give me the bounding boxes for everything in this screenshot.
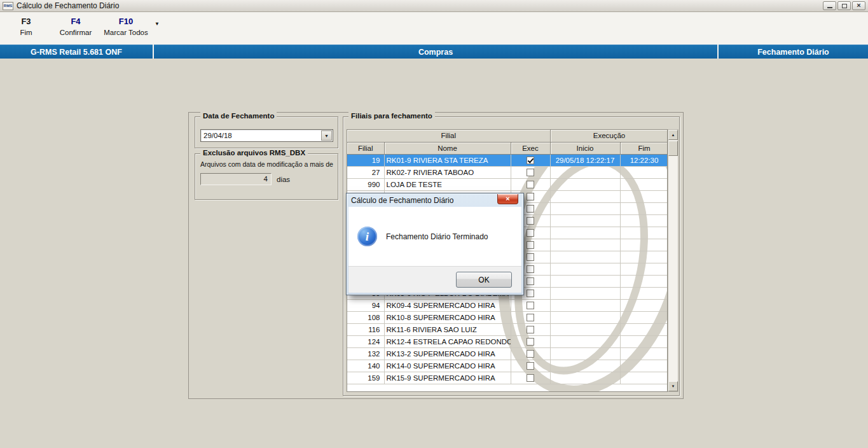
chevron-down-icon: ▼ (324, 134, 329, 138)
table-row[interactable]: 990LOJA DE TESTE (347, 178, 668, 190)
cell-fim (620, 335, 668, 347)
window-titlebar[interactable]: RMS Cálculo de Fechamento Diário × (0, 0, 868, 12)
exec-checkbox[interactable] (527, 217, 534, 225)
cell-exec (511, 154, 550, 166)
scroll-up-button[interactable]: ▲ (668, 130, 678, 140)
exec-checkbox[interactable] (527, 362, 534, 370)
dialog-close-button[interactable]: × (497, 194, 518, 204)
table-row[interactable]: 116RK11-6 RIVIERA SAO LUIZ (347, 323, 668, 335)
marcar-todos-dropdown-icon[interactable]: ▼ (155, 21, 160, 27)
exec-checkbox[interactable] (527, 314, 534, 321)
exec-checkbox[interactable] (527, 157, 534, 164)
close-button[interactable]: × (852, 1, 865, 10)
scrollbar-thumb[interactable] (668, 141, 678, 156)
cell-exec (511, 166, 550, 178)
cell-fim (620, 251, 668, 263)
screen-banner: Fechamento Diário (719, 45, 868, 59)
col-header-fim: Fim (620, 142, 668, 154)
cell-fim (620, 360, 668, 372)
table-row[interactable]: 140RK14-0 SUPERMERCADO HIRA (347, 360, 668, 372)
exec-checkbox[interactable] (527, 229, 534, 237)
f4-confirmar-button[interactable]: F4 Confirmar (56, 17, 95, 36)
header-bar: G-RMS Retail 5.681 ONF Compras Fechament… (0, 45, 868, 59)
exec-checkbox[interactable] (527, 265, 534, 273)
f10-label: Marcar Todos (100, 29, 151, 36)
exec-checkbox[interactable] (527, 302, 534, 309)
dialog-message: Fechamento Diário Terminado (386, 232, 488, 241)
data-fechamento-label: Data de Fechamento (200, 112, 277, 120)
close-icon: × (857, 2, 860, 9)
exec-checkbox[interactable] (527, 205, 534, 213)
cell-nome: RK01-9 RIVIERA STA TEREZA (384, 154, 511, 166)
table-row[interactable]: 19RK01-9 RIVIERA STA TEREZA29/05/18 12:2… (347, 154, 668, 166)
table-row[interactable]: 132RK13-2 SUPERMERCADO HIRA (347, 347, 668, 360)
days-suffix-label: dias (277, 176, 290, 183)
cell-exec (511, 347, 550, 360)
f3-label: Fim (11, 29, 41, 36)
exec-checkbox[interactable] (527, 277, 534, 285)
cell-filial: 132 (347, 347, 384, 360)
exec-checkbox[interactable] (527, 193, 534, 200)
minimize-button[interactable] (823, 1, 836, 10)
filiais-label: Filiais para fechamento (348, 112, 435, 120)
table-row[interactable]: 94RK09-4 SUPERMERCADO HIRA (347, 299, 668, 311)
cell-fim (620, 239, 668, 251)
exec-checkbox[interactable] (527, 326, 534, 333)
combobox-dropdown-button[interactable]: ▼ (321, 130, 332, 141)
cell-inicio (550, 360, 620, 372)
exec-checkbox[interactable] (527, 290, 534, 297)
cell-inicio (550, 166, 620, 178)
cell-filial: 159 (347, 372, 384, 384)
app-icon: RMS (3, 2, 13, 10)
cell-inicio (550, 239, 620, 251)
cell-inicio (550, 178, 620, 190)
cell-filial: 94 (347, 299, 384, 311)
cell-fim (620, 202, 668, 214)
cell-exec (511, 299, 550, 311)
exec-checkbox[interactable] (527, 181, 534, 188)
f3-fim-button[interactable]: F3 Fim (11, 17, 41, 36)
cell-inicio (550, 202, 620, 214)
info-icon: i (357, 227, 377, 246)
data-fechamento-group: Data de Fechamento 29/04/18 ▼ (195, 116, 338, 148)
col-header-inicio: Inicio (550, 142, 620, 154)
table-row[interactable]: 124RK12-4 ESTRELA CAPAO REDONDO (347, 335, 668, 347)
f10-marcar-todos-button[interactable]: F10 Marcar Todos (100, 17, 151, 36)
cell-inicio (550, 299, 620, 311)
minimize-icon (827, 7, 832, 8)
table-row[interactable]: 27RK02-7 RIVIERA TABOAO (347, 166, 668, 178)
cell-fim (620, 263, 668, 275)
days-field[interactable]: 4 (200, 173, 272, 185)
cell-fim (620, 299, 668, 311)
cell-fim (620, 214, 668, 227)
cell-inicio (550, 372, 620, 384)
cell-fim (620, 372, 668, 384)
col-header-nome: Nome (384, 142, 511, 154)
cell-fim: 12:22:30 (620, 154, 668, 166)
exec-checkbox[interactable] (527, 350, 534, 358)
scroll-down-button[interactable]: ▼ (668, 381, 678, 391)
exclusao-description: Arquivos com data de modificação a mais … (200, 160, 333, 168)
exec-checkbox[interactable] (527, 253, 534, 261)
exec-checkbox[interactable] (527, 338, 534, 346)
exec-checkbox[interactable] (527, 169, 534, 176)
cell-filial: 27 (347, 166, 384, 178)
cell-filial: 116 (347, 323, 384, 335)
f10-key-label: F10 (100, 17, 151, 26)
scroll-up-icon: ▲ (672, 133, 675, 137)
cell-filial: 124 (347, 335, 384, 347)
exec-checkbox[interactable] (527, 241, 534, 249)
cell-fim (620, 166, 668, 178)
maximize-button[interactable] (837, 1, 851, 10)
data-fechamento-combobox[interactable]: 29/04/18 ▼ (200, 129, 333, 142)
data-fechamento-value: 29/04/18 (201, 130, 333, 141)
cell-inicio (550, 251, 620, 263)
scroll-down-icon: ▼ (672, 384, 675, 388)
exec-checkbox[interactable] (527, 374, 534, 382)
table-row[interactable]: 108RK10-8 SUPERMERCADO HIRA (347, 311, 668, 323)
cell-nome: RK11-6 RIVIERA SAO LUIZ (384, 323, 511, 335)
ok-button[interactable]: OK (456, 272, 512, 288)
table-row[interactable]: 159RK15-9 SUPERMERCADO HIRA (347, 372, 668, 384)
window-title: Cálculo de Fechamento Diário (17, 1, 823, 10)
grid-scrollbar[interactable]: ▲ ▼ (668, 129, 679, 392)
